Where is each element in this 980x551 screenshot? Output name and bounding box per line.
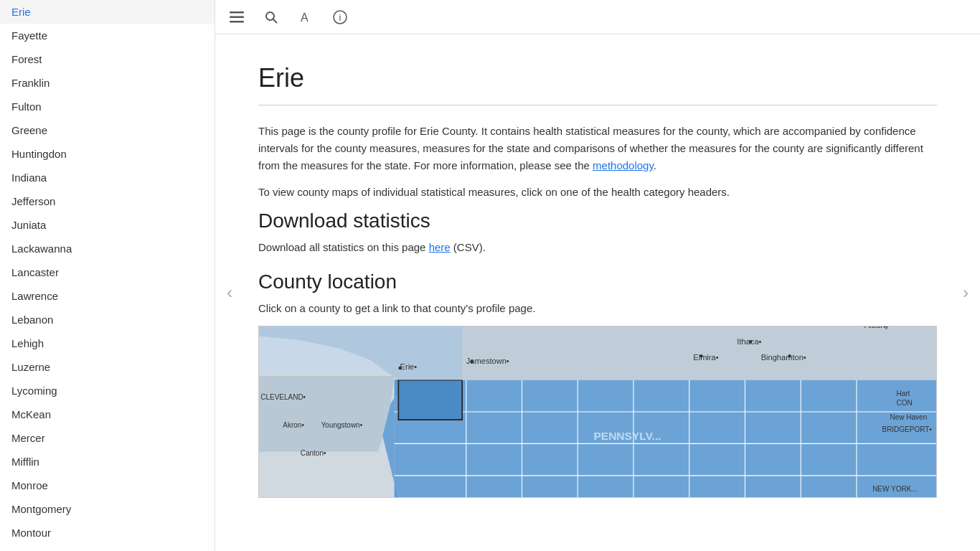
sidebar-item[interactable]: Jefferson	[0, 189, 215, 213]
svg-text:Albany•: Albany•	[864, 326, 892, 329]
download-section-title: Download statistics	[258, 209, 937, 232]
svg-text:NEW YORK...: NEW YORK...	[872, 485, 918, 493]
svg-text:Erie•: Erie•	[400, 362, 418, 371]
sidebar-list: ErieFayetteForestFranklinFultonGreeneHun…	[0, 0, 215, 551]
svg-point-46	[699, 354, 702, 357]
svg-rect-1	[230, 16, 244, 18]
sidebar-item[interactable]: Lehigh	[0, 331, 215, 355]
svg-text:PENNSYLV...: PENNSYLV...	[593, 430, 661, 442]
download-paragraph: Download all statistics on this page her…	[258, 241, 937, 253]
sidebar-item[interactable]: Huntingdon	[0, 142, 215, 166]
svg-point-45	[749, 340, 752, 343]
sidebar-item[interactable]: Franklin	[0, 71, 215, 95]
svg-text:Canton•: Canton•	[301, 449, 326, 457]
svg-text:Elmira•: Elmira•	[693, 353, 718, 362]
svg-text:CON: CON	[896, 399, 912, 407]
next-arrow[interactable]: ›	[957, 277, 974, 309]
sidebar-item[interactable]: Fayette	[0, 24, 215, 47]
county-location-text: Click on a county to get a link to that …	[258, 302, 937, 314]
svg-text:Binghamton•: Binghamton•	[761, 353, 806, 362]
svg-text:CLEVELAND•: CLEVELAND•	[260, 393, 306, 401]
svg-text:New Haven: New Haven	[890, 413, 928, 421]
svg-point-3	[266, 12, 274, 20]
svg-text:Youngstown•: Youngstown•	[321, 421, 363, 429]
search-icon[interactable]	[261, 7, 281, 27]
sidebar-item[interactable]: Lackawanna	[0, 237, 215, 260]
sidebar-item[interactable]: Northampton	[0, 545, 215, 551]
svg-marker-23	[398, 380, 462, 420]
sidebar-item[interactable]: Montour	[0, 521, 215, 545]
toolbar: A i	[215, 0, 980, 34]
sidebar-item[interactable]: Lawrence	[0, 284, 215, 308]
main-content-area: A i ‹ › Erie This page is the county pro…	[215, 0, 980, 551]
info-icon[interactable]: i	[330, 7, 350, 27]
sidebar-item[interactable]: Indiana	[0, 166, 215, 189]
svg-point-44	[470, 360, 473, 363]
svg-rect-2	[230, 21, 244, 23]
sidebar-item[interactable]: Luzerne	[0, 355, 215, 379]
sidebar-item[interactable]: Monroe	[0, 474, 215, 497]
intro-text-before: This page is the county profile for Erie…	[258, 125, 923, 171]
svg-marker-25	[259, 376, 395, 452]
svg-text:A: A	[301, 11, 308, 24]
sidebar-item[interactable]: Greene	[0, 118, 215, 142]
svg-text:Hart: Hart	[896, 390, 910, 397]
content-area: ‹ › Erie This page is the county profile…	[215, 34, 980, 551]
svg-point-47	[788, 354, 791, 357]
svg-rect-0	[230, 11, 244, 14]
sidebar-item[interactable]: Erie	[0, 0, 215, 24]
methodology-link[interactable]: methodology	[593, 159, 654, 171]
county-location-title: County location	[258, 270, 937, 293]
download-text-label: Download all statistics on this page	[258, 241, 425, 253]
sidebar-item[interactable]: Montgomery	[0, 497, 215, 521]
map-instructions: To view county maps of individual statis…	[258, 186, 937, 198]
sidebar-item[interactable]: Lebanon	[0, 308, 215, 331]
menu-icon[interactable]	[227, 7, 247, 27]
download-text-suffix: (CSV).	[453, 241, 486, 253]
prev-arrow[interactable]: ‹	[221, 277, 238, 309]
sidebar: ErieFayetteForestFranklinFultonGreeneHun…	[0, 0, 215, 551]
font-icon[interactable]: A	[296, 7, 316, 27]
county-map[interactable]: Albany• Ithaca• Elmira• Binghamton• Erie…	[258, 326, 937, 498]
svg-point-43	[398, 367, 401, 369]
svg-line-4	[273, 19, 278, 23]
title-divider	[258, 105, 937, 105]
sidebar-item[interactable]: Forest	[0, 47, 215, 71]
svg-text:BRIDGEPORT•: BRIDGEPORT•	[882, 425, 932, 433]
sidebar-item[interactable]: Lancaster	[0, 260, 215, 284]
sidebar-item[interactable]: Juniata	[0, 213, 215, 237]
svg-marker-10	[395, 380, 936, 497]
sidebar-item[interactable]: McKean	[0, 402, 215, 426]
intro-paragraph: This page is the county profile for Erie…	[258, 123, 937, 174]
sidebar-item[interactable]: Mercer	[0, 426, 215, 450]
intro-text-suffix: .	[654, 159, 656, 171]
svg-text:i: i	[339, 12, 341, 23]
svg-text:Akron•: Akron•	[283, 421, 304, 429]
download-link[interactable]: here	[429, 241, 451, 253]
sidebar-item[interactable]: Lycoming	[0, 379, 215, 402]
sidebar-item[interactable]: Mifflin	[0, 450, 215, 474]
sidebar-item[interactable]: Fulton	[0, 95, 215, 118]
page-title: Erie	[258, 63, 937, 93]
